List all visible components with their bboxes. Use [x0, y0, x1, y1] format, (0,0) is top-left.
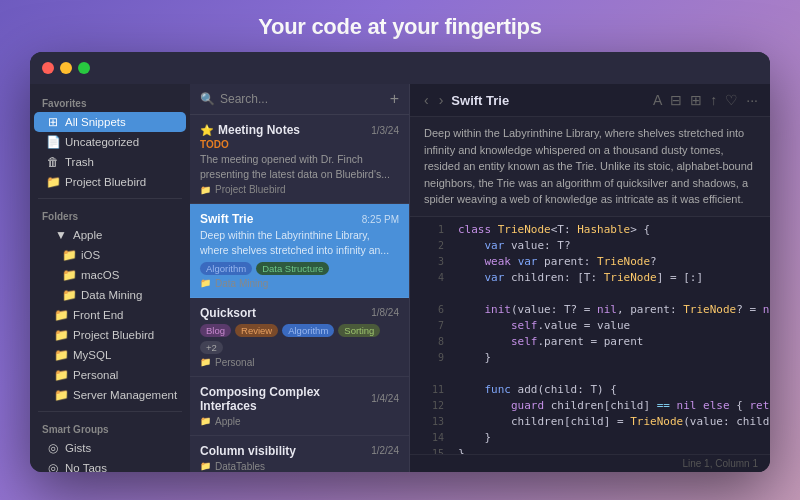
- sidebar-item-label: Front End: [73, 309, 124, 321]
- code-editor[interactable]: 1class TrieNode<T: Hashable> {2 var valu…: [410, 217, 770, 455]
- sidebar-item-uncategorized[interactable]: 📄 Uncategorized: [34, 132, 186, 152]
- folder-icon: 📁: [54, 348, 68, 362]
- tag-algorithm: Algorithm: [200, 262, 252, 275]
- line-number: 13: [422, 415, 444, 427]
- hero-title: Your code at your fingertips: [258, 0, 541, 52]
- grid-icon: ⊞: [46, 115, 60, 129]
- sidebar-item-macos[interactable]: 📁 macOS: [34, 265, 186, 285]
- tag-data-structure: Data Structure: [256, 262, 329, 275]
- sidebar-item-apple[interactable]: ▼ Apple: [34, 225, 186, 245]
- line-number: 4: [422, 271, 444, 283]
- snippet-date: 8:25 PM: [362, 214, 399, 225]
- folder-icon: 📁: [62, 288, 76, 302]
- snippet-date: 1/3/24: [371, 125, 399, 136]
- nav-back-button[interactable]: ‹: [422, 90, 431, 110]
- line-number: 7: [422, 319, 444, 331]
- line-code: var value: T?: [458, 239, 571, 252]
- line-code: [458, 287, 465, 300]
- code-line: 1class TrieNode<T: Hashable> {: [410, 223, 770, 239]
- snippet-desc: The meeting opened with Dr. Finch presen…: [200, 152, 399, 181]
- share-icon[interactable]: ↑: [710, 92, 717, 108]
- maximize-button[interactable]: [78, 62, 90, 74]
- line-number: 12: [422, 399, 444, 411]
- sidebar-item-label: iOS: [81, 249, 100, 261]
- sidebar-item-personal[interactable]: 📁 Personal: [34, 365, 186, 385]
- sidebar-item-mysql[interactable]: 📁 MySQL: [34, 345, 186, 365]
- list-item[interactable]: Swift Trie 8:25 PM Deep within the Labyr…: [190, 204, 409, 297]
- list-item[interactable]: Quicksort 1/8/24 Blog Review Algorithm S…: [190, 298, 409, 377]
- sidebar-item-label: Gists: [65, 442, 91, 454]
- more-options-icon[interactable]: ···: [746, 92, 758, 108]
- sidebar-item-ios[interactable]: 📁 iOS: [34, 245, 186, 265]
- nav-forward-button[interactable]: ›: [437, 90, 446, 110]
- line-code: [458, 367, 465, 380]
- search-icon: 🔍: [200, 92, 215, 106]
- sidebar-item-label: Personal: [73, 369, 118, 381]
- line-code: self.parent = parent: [458, 335, 643, 348]
- minimize-button[interactable]: [60, 62, 72, 74]
- folder-icon: 📁: [54, 388, 68, 402]
- detail-title: Swift Trie: [451, 93, 647, 108]
- list-item[interactable]: Composing Complex Interfaces 1/4/24 📁 Ap…: [190, 377, 409, 436]
- text-format-icon[interactable]: A: [653, 92, 662, 108]
- line-code: }: [458, 351, 491, 364]
- file-icon: 📄: [46, 135, 60, 149]
- sidebar-item-label: macOS: [81, 269, 119, 281]
- add-snippet-button[interactable]: +: [390, 90, 399, 108]
- code-line: 13 children[child] = TrieNode(value: chi…: [410, 415, 770, 431]
- line-code: weak var parent: TrieNode?: [458, 255, 657, 268]
- sidebar-item-data-mining[interactable]: 📁 Data Mining: [34, 285, 186, 305]
- tag-sorting: Sorting: [338, 324, 380, 337]
- line-number: 14: [422, 431, 444, 443]
- list-item[interactable]: ⭐ Meeting Notes 1/3/24 TODO The meeting …: [190, 115, 409, 204]
- line-code: self.value = value: [458, 319, 630, 332]
- sidebar-item-server-management[interactable]: 📁 Server Management: [34, 385, 186, 405]
- detail-desc-text: Deep within the Labyrinthine Library, wh…: [424, 125, 756, 208]
- sidebar-item-front-end[interactable]: 📁 Front End: [34, 305, 186, 325]
- list-panel: 🔍 + ⭐ Meeting Notes 1/3/24 TODO The meet…: [190, 84, 410, 472]
- snippet-title: Meeting Notes: [218, 123, 300, 137]
- cursor-position: Line 1, Column 1: [682, 458, 758, 469]
- sidebar-item-gists[interactable]: ◎ Gists: [34, 438, 186, 458]
- sidebar-item-no-tags[interactable]: ◎ No Tags: [34, 458, 186, 472]
- folder-icon: 📁: [54, 328, 68, 342]
- sidebar-item-label: Server Management: [73, 389, 177, 401]
- close-button[interactable]: [42, 62, 54, 74]
- main-content: Favorites ⊞ All Snippets 📄 Uncategorized…: [30, 84, 770, 472]
- snippet-title: Column visibility: [200, 444, 296, 458]
- bookmark-icon[interactable]: ♡: [725, 92, 738, 108]
- sidebar-item-project-bluebird2[interactable]: 📁 Project Bluebird: [34, 325, 186, 345]
- code-line: 3 weak var parent: TrieNode?: [410, 255, 770, 271]
- trash-icon: 🗑: [46, 155, 60, 169]
- sidebar-item-all-snippets[interactable]: ⊞ All Snippets: [34, 112, 186, 132]
- folder-small-icon: 📁: [200, 185, 211, 195]
- app-window: Favorites ⊞ All Snippets 📄 Uncategorized…: [30, 52, 770, 472]
- title-bar: [30, 52, 770, 84]
- code-line: 2 var value: T?: [410, 239, 770, 255]
- traffic-lights: [42, 62, 90, 74]
- line-code: guard children[child] == nil else { retu…: [458, 399, 770, 412]
- snippet-folder: Project Bluebird: [215, 184, 286, 195]
- sidebar-item-label: Project Bluebird: [65, 176, 146, 188]
- grid-view-icon[interactable]: ⊞: [690, 92, 702, 108]
- detail-panel: ‹ › Swift Trie A ⊟ ⊞ ↑ ♡ ··· Deep within…: [410, 84, 770, 472]
- sidebar-item-label: Project Bluebird: [73, 329, 154, 341]
- snippet-title: Quicksort: [200, 306, 256, 320]
- search-input[interactable]: [220, 92, 385, 106]
- sidebar-item-trash[interactable]: 🗑 Trash: [34, 152, 186, 172]
- snippet-folder: Personal: [215, 357, 254, 368]
- sidebar-item-project-bluebird[interactable]: 📁 Project Bluebird: [34, 172, 186, 192]
- folder-icon: 📁: [62, 248, 76, 262]
- line-code: func add(child: T) {: [458, 383, 617, 396]
- detail-description: Deep within the Labyrinthine Library, wh…: [410, 117, 770, 217]
- sidebar-item-label: All Snippets: [65, 116, 126, 128]
- snippet-date: 1/8/24: [371, 307, 399, 318]
- code-line: 14 }: [410, 431, 770, 447]
- view-options-icon[interactable]: ⊟: [670, 92, 682, 108]
- snippet-title: Swift Trie: [200, 212, 253, 226]
- list-item[interactable]: Column visibility 1/2/24 📁 DataTables: [190, 436, 409, 472]
- tag-blog: Blog: [200, 324, 231, 337]
- code-line: [410, 367, 770, 383]
- code-line: [410, 287, 770, 303]
- sidebar-item-label: Uncategorized: [65, 136, 139, 148]
